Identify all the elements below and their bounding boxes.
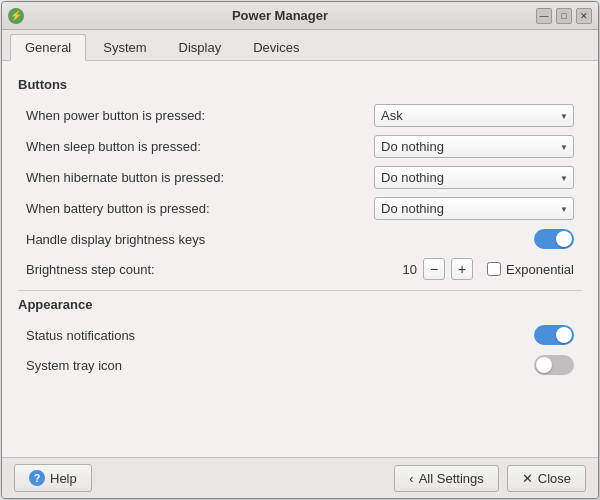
tab-display[interactable]: Display — [164, 34, 237, 60]
status-notifications-control — [534, 325, 574, 345]
content-area: Buttons When power button is pressed: As… — [2, 61, 598, 457]
help-label: Help — [50, 471, 77, 486]
section-divider — [18, 290, 582, 291]
brightness-keys-label: Handle display brightness keys — [26, 232, 534, 247]
status-notifications-label: Status notifications — [26, 328, 534, 343]
hibernate-button-select-wrapper: Ask Do nothing Sleep Hibernate Shutdown … — [374, 166, 574, 189]
settings-icon: ‹ — [409, 471, 413, 486]
brightness-keys-row: Handle display brightness keys — [18, 224, 582, 254]
titlebar: ⚡ Power Manager — □ ✕ — [2, 2, 598, 30]
system-tray-control — [534, 355, 574, 375]
sleep-button-control: Ask Do nothing Sleep Hibernate Shutdown … — [374, 135, 574, 158]
exponential-checkbox[interactable] — [487, 262, 501, 276]
footer: ? Help ‹ All Settings ✕ Close — [2, 457, 598, 498]
hibernate-button-row: When hibernate button is pressed: Ask Do… — [18, 162, 582, 193]
battery-button-control: Ask Do nothing Sleep Hibernate Shutdown … — [374, 197, 574, 220]
appearance-section-title: Appearance — [18, 297, 582, 312]
power-button-label: When power button is pressed: — [26, 108, 374, 123]
help-button[interactable]: ? Help — [14, 464, 92, 492]
battery-button-row: When battery button is pressed: Ask Do n… — [18, 193, 582, 224]
power-button-row: When power button is pressed: Ask Do not… — [18, 100, 582, 131]
exponential-row: Exponential — [487, 262, 574, 277]
brightness-keys-toggle[interactable] — [534, 229, 574, 249]
exponential-label: Exponential — [506, 262, 574, 277]
battery-button-label: When battery button is pressed: — [26, 201, 374, 216]
minimize-button[interactable]: — — [536, 8, 552, 24]
battery-button-select[interactable]: Ask Do nothing Sleep Hibernate Shutdown … — [374, 197, 574, 220]
brightness-increase-button[interactable]: + — [451, 258, 473, 280]
tab-system[interactable]: System — [88, 34, 161, 60]
close-window-button[interactable]: ✕ — [576, 8, 592, 24]
sleep-button-row: When sleep button is pressed: Ask Do not… — [18, 131, 582, 162]
brightness-step-row: Brightness step count: 10 − + Exponentia… — [18, 254, 582, 284]
app-icon: ⚡ — [8, 8, 24, 24]
hibernate-button-label: When hibernate button is pressed: — [26, 170, 374, 185]
footer-right-buttons: ‹ All Settings ✕ Close — [394, 465, 586, 492]
brightness-step-label: Brightness step count: — [26, 262, 397, 277]
brightness-keys-control — [534, 229, 574, 249]
hibernate-button-select[interactable]: Ask Do nothing Sleep Hibernate Shutdown … — [374, 166, 574, 189]
power-button-select-wrapper: Ask Do nothing Sleep Hibernate Shutdown … — [374, 104, 574, 127]
tab-devices[interactable]: Devices — [238, 34, 314, 60]
tabs-bar: General System Display Devices — [2, 30, 598, 61]
tab-general[interactable]: General — [10, 34, 86, 61]
window-controls: — □ ✕ — [536, 8, 592, 24]
sleep-button-select[interactable]: Ask Do nothing Sleep Hibernate Shutdown … — [374, 135, 574, 158]
power-button-control: Ask Do nothing Sleep Hibernate Shutdown … — [374, 104, 574, 127]
status-notifications-toggle[interactable] — [534, 325, 574, 345]
status-notifications-row: Status notifications — [18, 320, 582, 350]
battery-button-select-wrapper: Ask Do nothing Sleep Hibernate Shutdown … — [374, 197, 574, 220]
close-button[interactable]: ✕ Close — [507, 465, 586, 492]
help-icon: ? — [29, 470, 45, 486]
sleep-button-label: When sleep button is pressed: — [26, 139, 374, 154]
brightness-decrease-button[interactable]: − — [423, 258, 445, 280]
system-tray-label: System tray icon — [26, 358, 534, 373]
system-tray-toggle[interactable] — [534, 355, 574, 375]
buttons-section-title: Buttons — [18, 77, 582, 92]
brightness-step-value: 10 — [397, 262, 417, 277]
brightness-step-control: 10 − + Exponential — [397, 258, 574, 280]
hibernate-button-control: Ask Do nothing Sleep Hibernate Shutdown … — [374, 166, 574, 189]
power-button-select[interactable]: Ask Do nothing Sleep Hibernate Shutdown … — [374, 104, 574, 127]
settings-label: All Settings — [419, 471, 484, 486]
sleep-button-select-wrapper: Ask Do nothing Sleep Hibernate Shutdown … — [374, 135, 574, 158]
main-window: ⚡ Power Manager — □ ✕ General System Dis… — [1, 1, 599, 499]
maximize-button[interactable]: □ — [556, 8, 572, 24]
all-settings-button[interactable]: ‹ All Settings — [394, 465, 498, 492]
close-icon: ✕ — [522, 471, 533, 486]
window-title: Power Manager — [24, 8, 536, 23]
system-tray-row: System tray icon — [18, 350, 582, 380]
close-label: Close — [538, 471, 571, 486]
